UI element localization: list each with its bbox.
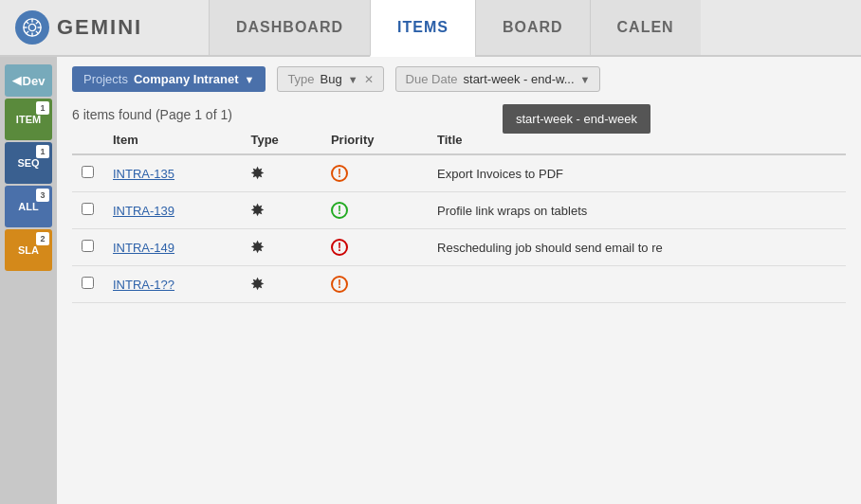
due-date-filter[interactable]: Due Date start-week - end-w... ▼ [395, 66, 601, 92]
logo-icon [15, 10, 49, 45]
row-checkbox[interactable] [82, 240, 94, 252]
type-bug-icon: ✸ [250, 275, 265, 294]
row-priority: ! [321, 229, 428, 266]
svg-point-1 [28, 24, 35, 30]
item-link[interactable]: INTRA-139 [113, 204, 174, 218]
sidebar-badge-seq: 1 [36, 145, 49, 158]
type-arrow-icon: ▼ [348, 74, 358, 85]
priority-icon: ! [331, 165, 348, 182]
row-title: Rescheduling job should send email to re [428, 229, 846, 266]
svg-line-9 [27, 31, 29, 34]
priority-icon: ! [331, 276, 348, 293]
due-date-value: start-week - end-w... [464, 72, 575, 86]
type-bug-icon: ✸ [250, 238, 265, 257]
sidebar-item-sla[interactable]: 2 SLA [5, 229, 52, 271]
top-nav: GEMINI DASHBOARD ITEMS BOARD CALEN [0, 0, 861, 57]
logo-text: GEMINI [57, 15, 142, 40]
title-text: Rescheduling job should send email to re [437, 241, 663, 255]
svg-line-7 [36, 31, 39, 34]
row-title: Profile link wraps on tablets [428, 192, 846, 229]
table-row: INTRA-149 ✸ ! Rescheduling job should se… [72, 229, 846, 266]
item-link[interactable]: INTRA-149 [113, 241, 174, 255]
svg-line-6 [27, 22, 29, 25]
sidebar-item-label: SEQ [17, 157, 39, 169]
projects-label: Projects [83, 72, 128, 86]
item-link[interactable]: INTRA-1?? [113, 278, 174, 292]
col-header-item: Item [103, 126, 241, 154]
filters-bar: Projects Company Intranet ▼ Type Bug ▼ ✕… [57, 57, 861, 101]
row-type: ✸ [241, 229, 321, 266]
logo-area: GEMINI [0, 0, 209, 55]
results-text: 6 items found (Page 1 of 1) [72, 107, 232, 122]
tab-items[interactable]: ITEMS [370, 0, 475, 57]
row-priority: ! [321, 266, 428, 303]
sidebar: Dev 1 ITEM 1 SEQ 3 ALL 2 SLA [0, 57, 57, 504]
row-type: ✸ [241, 266, 321, 303]
main-layout: Dev 1 ITEM 1 SEQ 3 ALL 2 SLA Projects Co… [0, 57, 861, 504]
sidebar-item-seq[interactable]: 1 SEQ [5, 142, 52, 184]
priority-icon: ! [331, 239, 348, 256]
sidebar-badge-sla: 2 [36, 232, 49, 245]
results-info: 6 items found (Page 1 of 1) [57, 101, 861, 126]
priority-icon: ! [331, 202, 348, 219]
row-item-id: INTRA-139 [103, 192, 241, 229]
row-type: ✸ [241, 192, 321, 229]
row-priority: ! [321, 192, 428, 229]
sidebar-item-label: SLA [18, 244, 39, 256]
tab-dashboard[interactable]: DASHBOARD [209, 0, 370, 55]
type-value: Bug [321, 72, 342, 86]
row-item-id: INTRA-149 [103, 229, 241, 266]
row-checkbox-cell [72, 154, 103, 192]
col-header-priority: Priority [321, 126, 428, 154]
row-title [428, 266, 846, 303]
row-checkbox-cell [72, 192, 103, 229]
tab-calendar[interactable]: CALEN [590, 0, 701, 55]
row-checkbox[interactable] [82, 166, 94, 178]
sidebar-item-all[interactable]: 3 ALL [5, 186, 52, 227]
tab-board[interactable]: BOARD [475, 0, 590, 55]
row-checkbox-cell [72, 229, 103, 266]
sidebar-badge-all: 3 [36, 189, 49, 202]
row-item-id: INTRA-1?? [103, 266, 241, 303]
row-checkbox[interactable] [82, 203, 94, 215]
sidebar-badge-item: 1 [36, 101, 49, 115]
sidebar-item-item[interactable]: 1 ITEM [5, 99, 52, 140]
table-row: INTRA-135 ✸ ! Export Invoices to PDF [72, 154, 846, 192]
col-header-checkbox [72, 126, 103, 154]
content-area: Projects Company Intranet ▼ Type Bug ▼ ✕… [57, 57, 861, 504]
row-type: ✸ [241, 154, 321, 192]
projects-filter[interactable]: Projects Company Intranet ▼ [72, 66, 266, 92]
title-text: Profile link wraps on tablets [437, 204, 587, 218]
type-bug-icon: ✸ [250, 164, 265, 183]
row-checkbox-cell [72, 266, 103, 303]
sidebar-item-label: ITEM [16, 114, 41, 125]
sidebar-dev[interactable]: Dev [5, 64, 52, 97]
type-filter[interactable]: Type Bug ▼ ✕ [277, 66, 383, 92]
row-title: Export Invoices to PDF [428, 154, 846, 192]
type-remove-icon[interactable]: ✕ [364, 73, 374, 86]
due-date-arrow-icon: ▼ [580, 74, 591, 85]
sidebar-item-label: ALL [18, 201, 38, 212]
type-bug-icon: ✸ [250, 201, 265, 220]
table-row: INTRA-139 ✸ ! Profile link wraps on tabl… [72, 192, 846, 229]
row-checkbox[interactable] [82, 277, 94, 289]
row-item-id: INTRA-135 [103, 154, 241, 192]
item-link[interactable]: INTRA-135 [113, 167, 174, 181]
title-text: Export Invoices to PDF [437, 167, 563, 181]
row-priority: ! [321, 154, 428, 192]
projects-arrow-icon: ▼ [244, 74, 254, 85]
due-date-label: Due Date [406, 72, 458, 86]
svg-line-8 [36, 22, 39, 25]
table-row: INTRA-1?? ✸ ! [72, 266, 846, 303]
items-table: Item Type Priority Title INTRA-135 ✸ ! [57, 126, 861, 504]
due-date-dropdown[interactable]: start-week - end-week [503, 104, 650, 134]
projects-value: Company Intranet [134, 72, 239, 86]
col-header-type: Type [241, 126, 321, 154]
type-label: Type [287, 72, 314, 86]
